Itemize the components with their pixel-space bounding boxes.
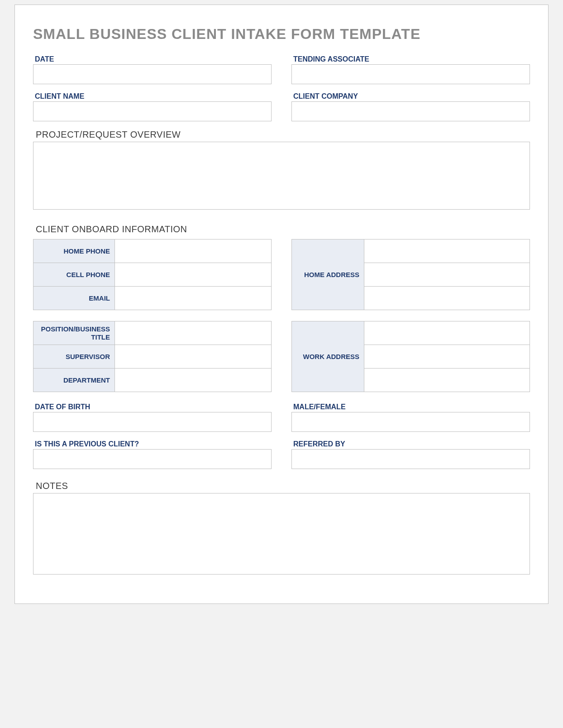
extra-row-2: IS THIS A PREVIOUS CLIENT? REFERRED BY (33, 440, 530, 469)
dob-field[interactable] (33, 412, 272, 432)
document-page: SMALL BUSINESS CLIENT INTAKE FORM TEMPLA… (14, 5, 549, 604)
onboard-group-1: HOME PHONE CELL PHONE EMAIL HOME ADDRESS (33, 239, 530, 310)
onboard-group-2: POSITION/BUSINESS TITLE SUPERVISOR DEPAR… (33, 321, 530, 392)
sex-field[interactable] (291, 412, 530, 432)
referred-by-field[interactable] (291, 449, 530, 469)
email-field[interactable] (119, 288, 268, 308)
dob-label: DATE OF BIRTH (35, 403, 272, 411)
overview-heading: PROJECT/REQUEST OVERVIEW (36, 129, 530, 140)
home-address-line1[interactable] (369, 241, 527, 261)
cell-phone-field[interactable] (119, 264, 268, 285)
supervisor-label: SUPERVISOR (33, 345, 115, 369)
date-field[interactable] (33, 64, 272, 84)
home-phone-label: HOME PHONE (33, 239, 115, 263)
referred-by-label: REFERRED BY (293, 440, 530, 448)
supervisor-field[interactable] (119, 346, 268, 367)
home-address-table: HOME ADDRESS (291, 239, 530, 310)
client-name-field[interactable] (33, 101, 272, 121)
department-field[interactable] (119, 370, 268, 390)
associate-field[interactable] (291, 64, 530, 84)
overview-area[interactable] (33, 142, 530, 210)
home-address-line3[interactable] (369, 288, 527, 308)
date-label: DATE (35, 55, 272, 63)
cell-phone-label: CELL PHONE (33, 263, 115, 287)
position-label: POSITION/BUSINESS TITLE (33, 321, 115, 345)
notes-area[interactable] (33, 493, 530, 575)
extra-row-1: DATE OF BIRTH MALE/FEMALE (33, 403, 530, 432)
top-row-1: DATE TENDING ASSOCIATE (33, 55, 530, 84)
work-address-label: WORK ADDRESS (292, 321, 364, 392)
client-company-field[interactable] (291, 101, 530, 121)
previous-client-label: IS THIS A PREVIOUS CLIENT? (35, 440, 272, 448)
work-address-table: WORK ADDRESS (291, 321, 530, 392)
contact-table: HOME PHONE CELL PHONE EMAIL (33, 239, 272, 310)
department-label: DEPARTMENT (33, 369, 115, 392)
work-address-line1[interactable] (369, 323, 527, 343)
email-label: EMAIL (33, 287, 115, 310)
associate-label: TENDING ASSOCIATE (293, 55, 530, 63)
page-title: SMALL BUSINESS CLIENT INTAKE FORM TEMPLA… (33, 26, 530, 43)
client-name-label: CLIENT NAME (35, 92, 272, 101)
home-phone-field[interactable] (119, 241, 268, 261)
previous-client-field[interactable] (33, 449, 272, 469)
client-company-label: CLIENT COMPANY (293, 92, 530, 101)
top-row-2: CLIENT NAME CLIENT COMPANY (33, 92, 530, 121)
home-address-line2[interactable] (369, 264, 527, 285)
work-address-line3[interactable] (369, 370, 527, 390)
work-address-line2[interactable] (369, 346, 527, 367)
sex-label: MALE/FEMALE (293, 403, 530, 411)
onboard-heading: CLIENT ONBOARD INFORMATION (36, 224, 530, 235)
position-field[interactable] (119, 323, 268, 343)
home-address-label: HOME ADDRESS (292, 239, 364, 310)
work-info-table: POSITION/BUSINESS TITLE SUPERVISOR DEPAR… (33, 321, 272, 392)
notes-heading: NOTES (36, 481, 530, 491)
